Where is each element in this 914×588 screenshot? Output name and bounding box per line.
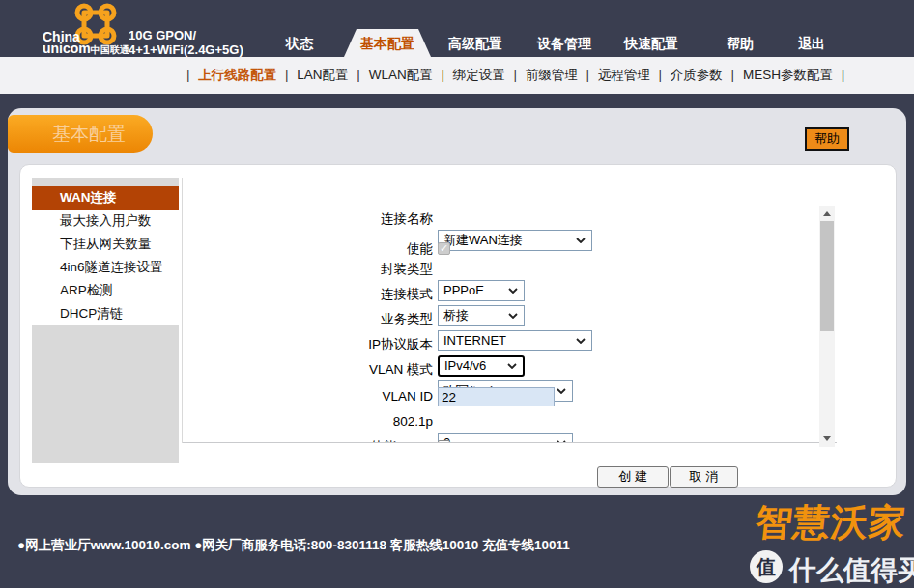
enable-label: 使能 (183, 238, 433, 260)
submenu-wlan-config[interactable]: WLAN配置 (369, 68, 433, 82)
submenu-media-params[interactable]: 介质参数 (671, 68, 723, 82)
vlan-mode-label: VLAN 模式 (183, 359, 433, 380)
submenu-separator: | (731, 68, 735, 82)
submenu-separator: | (285, 68, 289, 82)
device-model: 10G GPON/ 4+1+WiFi(2.4G+5G) (129, 28, 243, 57)
submenu-bar: | 上行线路配置 | LAN配置 | WLAN配置 | 绑定设置 | 前缀管理 … (0, 57, 914, 94)
sidebar-item-4in6-tunnel[interactable]: 4in6隧道连接设置 (32, 256, 179, 279)
8021p-label: 802.1p (183, 411, 433, 433)
vlan-id-input[interactable] (438, 387, 555, 406)
vlan-id-label: VLAN ID (183, 386, 433, 407)
submenu-separator: | (513, 68, 517, 82)
brand-name-cn: 中国联通 (91, 44, 129, 55)
form-row-encapsulation: 封装类型 PPPoE (183, 259, 837, 280)
smzdm-badge-icon: 值 (750, 550, 783, 583)
smzdm-watermark-text: 什么值得买 (789, 552, 914, 588)
content-panel: WAN连接 最大接入用户数 下挂从网关数量 4in6隧道连接设置 ARP检测 D… (19, 164, 897, 488)
scrollbar-thumb[interactable] (820, 221, 834, 331)
form-row-8021p: 802.1p 0 (183, 411, 837, 433)
submenu-separator: | (441, 68, 444, 82)
scrollbar-up-icon[interactable] (823, 211, 831, 216)
page-title-tab: 基本配置 (8, 115, 153, 153)
enable-dscp-label: 使能DSCP (183, 436, 433, 443)
nav-tab-advanced-config[interactable]: 高级配置 (448, 36, 502, 53)
nav-tab-exit[interactable]: 退出 (798, 36, 825, 53)
brand-text: China unicom中国联通 (43, 31, 129, 56)
sidebar-filler (32, 325, 179, 463)
service-type-label: 业务类型 (183, 309, 433, 330)
submenu-lan-config[interactable]: LAN配置 (297, 68, 348, 82)
wan-form-scroll-area: 连接名称 新建WAN连接 使能 ✓ 封装类型 PPPoE 连接模式 桥接 (183, 199, 837, 443)
submenu-separator: | (186, 68, 190, 82)
sidebar-item-dhcp-chain[interactable]: DHCP清链 (32, 302, 179, 325)
form-row-ip-protocol: IP协议版本 IPv4/v6 (183, 334, 837, 355)
form-row-enable-dscp: 使能DSCP (183, 436, 837, 443)
encapsulation-label: 封装类型 (183, 259, 433, 280)
nav-tab-status[interactable]: 状态 (286, 36, 313, 53)
nav-tab-device-management[interactable]: 设备管理 (537, 36, 591, 53)
scrollbar-down-icon[interactable] (823, 436, 831, 441)
sidebar-item-downstream-gateways[interactable]: 下挂从网关数量 (32, 233, 179, 256)
sidebar: WAN连接 最大接入用户数 下挂从网关数量 4in6隧道连接设置 ARP检测 D… (32, 178, 179, 463)
enable-checkbox[interactable]: ✓ (438, 242, 450, 255)
form-scrollbar[interactable] (819, 206, 835, 447)
form-row-enable: 使能 ✓ (183, 238, 837, 260)
help-button[interactable]: 帮助 (805, 127, 849, 151)
submenu-binding-settings[interactable]: 绑定设置 (453, 68, 505, 82)
sidebar-item-arp-detection[interactable]: ARP检测 (32, 279, 179, 302)
cancel-button[interactable]: 取消 (670, 466, 738, 488)
sidebar-top-strip (32, 178, 179, 186)
form-row-service-type: 业务类型 INTERNET (183, 309, 837, 330)
submenu-separator: | (357, 68, 360, 82)
create-button[interactable]: 创建 (597, 466, 669, 488)
enable-dscp-checkbox[interactable] (438, 440, 450, 443)
header: China unicom中国联通 10G GPON/ 4+1+WiFi(2.4G… (0, 0, 914, 57)
form-row-connection-name: 连接名称 新建WAN连接 (183, 209, 837, 230)
device-model-line2: 4+1+WiFi(2.4G+5G) (129, 42, 243, 57)
form-row-vlan-mode: VLAN 模式 改写(tag) (183, 359, 837, 380)
submenu-prefix-management[interactable]: 前缀管理 (526, 68, 578, 82)
nav-tab-help[interactable]: 帮助 (727, 36, 754, 53)
submenu-mesh-params[interactable]: MESH参数配置 (743, 68, 833, 82)
smart-home-logo: 智慧沃家 (753, 498, 908, 547)
nav-tab-basic-config[interactable]: 基本配置 (344, 29, 431, 57)
footer-info-text: ●网上营业厅www.10010.com ●网关厂商服务电话:800-830111… (17, 537, 570, 554)
submenu-remote-management[interactable]: 远程管理 (598, 68, 650, 82)
form-row-connection-mode: 连接模式 桥接 (183, 284, 837, 305)
nav-tab-quick-config[interactable]: 快速配置 (624, 36, 678, 53)
submenu-separator: | (586, 68, 590, 82)
device-model-line1: 10G GPON/ (129, 28, 243, 42)
sidebar-item-max-users[interactable]: 最大接入用户数 (32, 210, 179, 233)
sidebar-item-wan-connection[interactable]: WAN连接 (32, 186, 179, 210)
connection-name-label: 连接名称 (183, 209, 433, 230)
brand-name-en-2: unicom (43, 41, 91, 56)
ip-protocol-label: IP协议版本 (183, 334, 433, 355)
connection-mode-label: 连接模式 (183, 284, 433, 305)
submenu-separator: | (659, 68, 663, 82)
form-row-vlan-id: VLAN ID (183, 386, 837, 407)
submenu-uplink-config[interactable]: 上行线路配置 (198, 68, 276, 82)
submenu-separator: | (842, 68, 845, 82)
